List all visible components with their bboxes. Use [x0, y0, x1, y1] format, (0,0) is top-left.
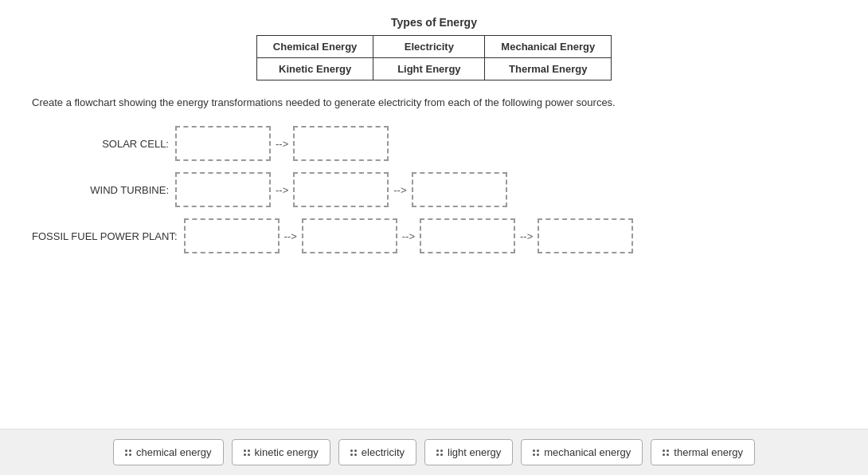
arrow-icon: -->	[389, 184, 411, 196]
drag-handle-icon	[350, 449, 357, 456]
wind-turbine-box-3[interactable]	[412, 172, 507, 207]
drag-handle-icon	[533, 449, 539, 456]
drag-handle-icon	[436, 449, 443, 456]
solar-cell-box-2[interactable]	[293, 126, 389, 161]
wind-turbine-box-2[interactable]	[293, 172, 389, 207]
energy-table: Chemical Energy Electricity Mechanical E…	[256, 35, 612, 80]
drag-handle-icon	[663, 449, 669, 456]
arrow-icon: -->	[271, 138, 293, 150]
drag-handle-icon	[244, 449, 250, 456]
chip-thermal-energy[interactable]: thermal energy	[651, 439, 755, 465]
bottom-bar: chemical energy kinetic energy electrici…	[0, 429, 868, 475]
chip-mechanical-energy[interactable]: mechanical energy	[521, 439, 643, 465]
page-container: Types of Energy Chemical Energy Electric…	[0, 0, 868, 475]
fossil-fuel-box-4[interactable]	[538, 218, 633, 253]
fossil-fuel-label: FOSSIL FUEL POWER PLANT:	[32, 230, 184, 242]
fossil-fuel-row: FOSSIL FUEL POWER PLANT: --> --> -->	[32, 218, 836, 253]
chip-label: thermal energy	[674, 446, 743, 458]
table-cell: Thermal Energy	[485, 58, 612, 80]
chip-label: kinetic energy	[255, 446, 319, 458]
solar-cell-box-1[interactable]	[175, 126, 271, 161]
table-title: Types of Energy	[391, 16, 477, 29]
chip-label: chemical energy	[136, 446, 212, 458]
chip-electricity[interactable]: electricity	[338, 439, 416, 465]
fossil-fuel-box-2[interactable]	[302, 218, 397, 253]
arrow-icon: -->	[515, 230, 538, 242]
table-row: Chemical Energy Electricity Mechanical E…	[256, 36, 611, 58]
chip-label: electricity	[362, 446, 405, 458]
main-content: Types of Energy Chemical Energy Electric…	[0, 0, 868, 429]
chip-kinetic-energy[interactable]: kinetic energy	[232, 439, 330, 465]
drag-handle-icon	[125, 449, 131, 456]
fossil-fuel-box-1[interactable]	[184, 218, 280, 253]
table-cell: Light Energy	[373, 58, 485, 80]
table-cell: Mechanical Energy	[485, 36, 612, 58]
instructions-text: Create a flowchart showing the energy tr…	[32, 96, 836, 108]
arrow-icon: -->	[280, 230, 302, 242]
flowchart-section: SOLAR CELL: --> WIND TURBINE: --> --> FO…	[32, 126, 836, 253]
arrow-icon: -->	[397, 230, 420, 242]
wind-turbine-label: WIND TURBINE:	[32, 184, 175, 196]
chip-label: mechanical energy	[544, 446, 631, 458]
fossil-fuel-box-3[interactable]	[420, 218, 515, 253]
chip-light-energy[interactable]: light energy	[424, 439, 513, 465]
table-cell: Kinetic Energy	[256, 58, 373, 80]
solar-cell-row: SOLAR CELL: -->	[32, 126, 836, 161]
arrow-icon: -->	[271, 184, 293, 196]
table-cell: Electricity	[373, 36, 485, 58]
wind-turbine-row: WIND TURBINE: --> -->	[32, 172, 836, 207]
table-cell: Chemical Energy	[256, 36, 373, 58]
table-row: Kinetic Energy Light Energy Thermal Ener…	[256, 58, 611, 80]
chip-chemical-energy[interactable]: chemical energy	[113, 439, 224, 465]
chip-label: light energy	[448, 446, 501, 458]
table-section: Types of Energy Chemical Energy Electric…	[32, 16, 836, 80]
solar-cell-label: SOLAR CELL:	[32, 138, 175, 150]
wind-turbine-box-1[interactable]	[175, 172, 271, 207]
